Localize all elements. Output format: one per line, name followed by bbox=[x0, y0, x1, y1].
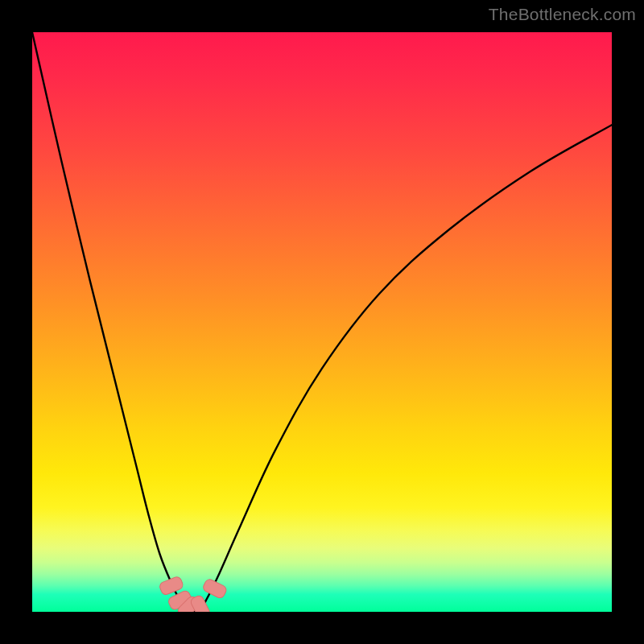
trough-markers bbox=[159, 576, 228, 612]
watermark-text: TheBottleneck.com bbox=[489, 5, 636, 24]
bottleneck-curve bbox=[32, 32, 612, 612]
plot-area bbox=[32, 32, 612, 612]
curve-layer bbox=[32, 32, 612, 612]
chart-frame: TheBottleneck.com bbox=[0, 0, 644, 644]
trough-point-5 bbox=[202, 578, 228, 600]
